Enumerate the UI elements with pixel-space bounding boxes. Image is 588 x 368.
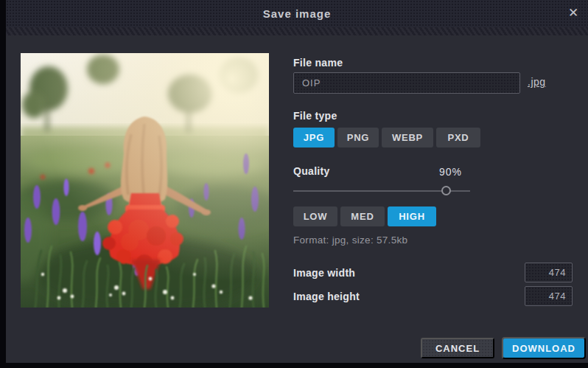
quality-slider[interactable]: [293, 185, 470, 197]
image-height-label: Image height: [293, 291, 360, 302]
file-name-input[interactable]: OIP: [293, 72, 520, 94]
file-extension-link[interactable]: .jpg: [528, 76, 546, 88]
quality-med-button[interactable]: MED: [340, 206, 385, 226]
download-button[interactable]: DOWNLOAD: [502, 337, 586, 359]
image-width-input[interactable]: 474: [525, 263, 573, 282]
file-type-jpg-button[interactable]: JPG: [293, 128, 335, 147]
quality-high-button[interactable]: HIGH: [388, 206, 436, 226]
image-preview: [21, 53, 269, 308]
file-type-label: File type: [293, 110, 337, 122]
image-width-label: Image width: [293, 267, 355, 279]
file-name-label: File name: [293, 57, 343, 69]
quality-slider-handle[interactable]: [441, 186, 451, 195]
dialog-title: Save image: [263, 7, 332, 20]
quality-value: 90%: [439, 166, 462, 178]
file-type-webp-button[interactable]: WEBP: [382, 128, 433, 147]
file-type-pxd-button[interactable]: PXD: [436, 128, 480, 147]
preview-image-illustration: [21, 53, 269, 308]
quality-label: Quality: [293, 165, 330, 177]
cancel-button[interactable]: CANCEL: [421, 338, 494, 358]
file-type-png-button[interactable]: PNG: [337, 128, 379, 147]
close-icon[interactable]: ✕: [564, 4, 582, 22]
format-size-info: Format: jpg, size: 57.5kb: [293, 235, 407, 246]
dialog-titlebar: Save image ✕: [6, 0, 588, 27]
titlebar-stripe-divider: [6, 27, 588, 35]
image-height-input[interactable]: 474: [525, 286, 573, 306]
quality-low-button[interactable]: LOW: [293, 206, 337, 226]
save-image-dialog-screen: Save image ✕: [0, 0, 588, 368]
save-image-dialog: Save image ✕: [6, 0, 588, 363]
